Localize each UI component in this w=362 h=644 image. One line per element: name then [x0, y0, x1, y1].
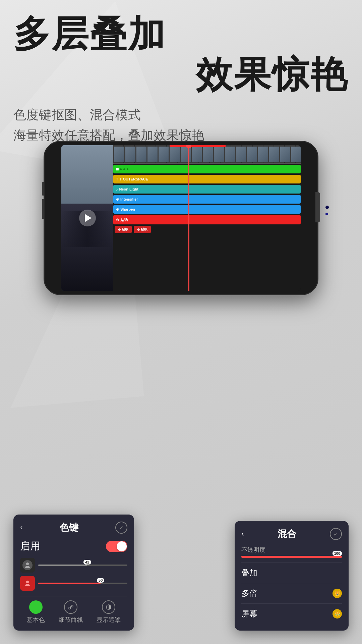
hero-section: 多层叠加 效果惊艳 色度键抠图、混合模式 海量特效任意搭配，叠加效果惊艳 [13, 13, 349, 146]
basic-color-button[interactable]: ● 基本色 [27, 600, 45, 624]
svg-point-0 [26, 562, 29, 565]
mix-option-multiply[interactable]: 多倍 👑 [241, 583, 342, 603]
multiply-label: 多倍 [241, 588, 257, 599]
colorkey-confirm-button[interactable]: ✓ [115, 522, 127, 534]
film-cell [225, 147, 235, 162]
slider-2-track[interactable]: 50 [38, 583, 127, 584]
film-cell [147, 147, 158, 162]
slider-1-value: 42 [83, 560, 91, 565]
crown-icon-screen: 👑 [333, 609, 342, 619]
track-sticker-main: ⊙ 贴纸 [113, 215, 301, 224]
mix-option-screen[interactable]: 屏幕 👑 [241, 603, 342, 624]
panel-colorkey: ‹ 色键 ✓ 启用 42 [13, 515, 134, 631]
color-thumb-1 [20, 558, 35, 573]
person-icon [22, 560, 33, 570]
panel-mix: ‹ 混合 ✓ 不透明度 100 叠加 多倍 👑 屏幕 👑 [235, 521, 349, 631]
film-cell [236, 147, 246, 162]
film-cell [214, 147, 224, 162]
intensifier-label: Intensifier [120, 197, 138, 201]
track-neonlight: ♪ Neon Light [113, 185, 301, 194]
phone-body: ⊞ T T OUTERSPACE ♪ Neon Light [44, 141, 318, 295]
phone-mockup: ⊞ T T OUTERSPACE ♪ Neon Light [7, 141, 355, 295]
camera-dot2 [325, 213, 328, 215]
mix-header: ‹ 混合 ✓ [241, 528, 342, 540]
playhead-dot [186, 145, 191, 148]
play-icon [85, 214, 92, 222]
toggle-thumb [117, 541, 127, 551]
basic-color-label: 基本色 [27, 616, 45, 624]
power-button [315, 192, 320, 222]
slider-2-container: 50 [20, 576, 127, 591]
slider-1-track[interactable]: 42 [38, 565, 127, 566]
detail-curve-label: 细节曲线 [59, 616, 83, 624]
slider-2-fill [38, 583, 101, 584]
film-cell [136, 147, 146, 162]
film-cell [269, 147, 279, 162]
contrast-icon [102, 600, 115, 614]
crown-icon-multiply: 👑 [333, 589, 342, 598]
track-sharpen: ⊗ Sharpen [113, 205, 301, 214]
film-cell [291, 147, 301, 162]
show-mask-button[interactable]: 显示遮罩 [97, 600, 121, 624]
film-cell [125, 147, 135, 162]
show-mask-label: 显示遮罩 [97, 616, 121, 624]
mix-back-button[interactable]: ‹ [241, 530, 244, 538]
enable-row: 启用 [20, 539, 127, 553]
volume-down-button [42, 182, 44, 196]
enable-toggle[interactable] [106, 541, 127, 552]
film-cell [247, 147, 257, 162]
color-thumb-2 [20, 576, 35, 591]
overlay-label: 叠加 [241, 568, 257, 578]
sticker-row: ⊙贴纸 ⊙贴纸 [113, 226, 301, 233]
colorkey-header: ‹ 色键 ✓ [20, 521, 127, 534]
screen-label: 屏幕 [241, 608, 257, 619]
track-video: ⊞ [113, 165, 301, 173]
sharpen-label: Sharpen [120, 207, 135, 211]
playhead [188, 145, 189, 291]
opacity-label: 不透明度 [241, 546, 342, 554]
slider-2-value: 50 [97, 578, 104, 583]
svg-point-1 [26, 581, 29, 583]
colorkey-title: 色键 [60, 521, 78, 534]
camera-dot1 [325, 206, 329, 209]
hero-title-line1: 多层叠加 [13, 13, 349, 54]
curve-icon [64, 600, 77, 614]
timeline: ⊞ T T OUTERSPACE ♪ Neon Light [113, 145, 301, 291]
outerspace-label: T OUTERSPACE [120, 177, 148, 181]
mix-title: 混合 [278, 528, 296, 540]
svg-point-2 [69, 607, 71, 609]
film-cell [114, 147, 124, 162]
track-intensifier: ⊗ Intensifier [113, 195, 301, 204]
track-outerspace: T T OUTERSPACE [113, 175, 301, 183]
sticker-tag-2: ⊙贴纸 [134, 226, 151, 233]
opacity-slider[interactable]: 100 [241, 556, 342, 558]
opacity-value: 100 [333, 551, 342, 556]
opacity-fill [241, 556, 342, 558]
phone-screen: ⊞ T T OUTERSPACE ♪ Neon Light [61, 145, 301, 291]
neonlight-label: Neon Light [119, 187, 138, 191]
play-button[interactable] [79, 210, 96, 226]
volume-up-button [42, 199, 44, 219]
slider-1-container: 42 [20, 558, 127, 573]
film-cell [280, 147, 290, 162]
film-strip [113, 145, 301, 164]
enable-label: 启用 [20, 539, 40, 553]
green-circle-icon: ● [29, 600, 43, 614]
sticker-main-label: 贴纸 [120, 217, 128, 222]
film-selection-bar [170, 145, 226, 147]
hero-title-line2: 效果惊艳 [13, 54, 349, 95]
film-cell [170, 147, 180, 162]
opacity-section: 不透明度 100 [241, 546, 342, 558]
video-preview [61, 145, 113, 291]
colorkey-bottom-icons: ● 基本色 细节曲线 显示遮罩 [20, 596, 127, 624]
film-cell [258, 147, 268, 162]
mix-option-overlay[interactable]: 叠加 [241, 562, 342, 583]
sticker-tag-1: ⊙贴纸 [115, 226, 132, 233]
film-cell [159, 147, 169, 162]
person-red-icon [22, 578, 33, 588]
hero-subtitle-line1: 色度键抠图、混合模式 [13, 105, 349, 125]
colorkey-back-button[interactable]: ‹ [20, 523, 22, 532]
detail-curve-button[interactable]: 细节曲线 [59, 600, 83, 624]
film-cell [192, 147, 202, 162]
mix-confirm-button[interactable]: ✓ [330, 528, 342, 540]
